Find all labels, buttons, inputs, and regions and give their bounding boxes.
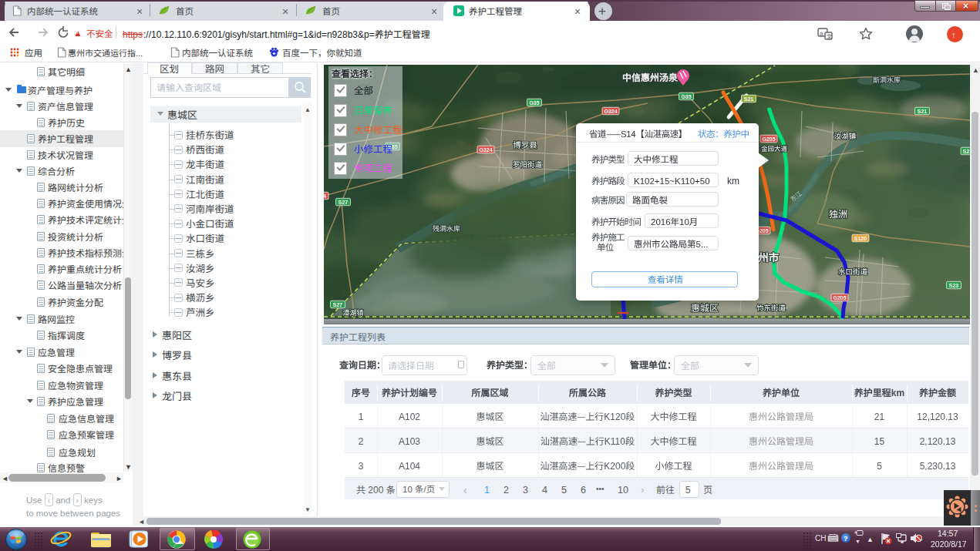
svg-text:G35: G35 xyxy=(529,100,539,106)
svg-text:S27: S27 xyxy=(338,200,349,205)
svg-text:博罗县: 博罗县 xyxy=(513,139,537,150)
svg-text:残洞水库: 残洞水库 xyxy=(433,223,460,234)
svg-text:惠城区: 惠城区 xyxy=(691,301,719,314)
svg-text:水口街道: 水口街道 xyxy=(838,266,868,277)
svg-text:a: a xyxy=(820,30,823,37)
svg-text:潭湖镇: 潭湖镇 xyxy=(342,307,363,317)
svg-text:4: 4 xyxy=(324,193,326,199)
svg-text:汝湖镇: 汝湖镇 xyxy=(834,130,857,141)
svg-text:斯洞水库: 斯洞水库 xyxy=(873,75,901,85)
svg-text:G324: G324 xyxy=(604,109,617,114)
svg-text:S23: S23 xyxy=(949,283,959,288)
svg-text:文: 文 xyxy=(827,32,832,40)
svg-text:S120: S120 xyxy=(854,236,867,241)
svg-text:竹东街道: 竹东街道 xyxy=(756,302,786,313)
svg-text:S21: S21 xyxy=(918,109,928,114)
svg-text:G35: G35 xyxy=(681,94,691,99)
svg-text:G205: G205 xyxy=(762,136,775,142)
svg-text:金园大道: 金园大道 xyxy=(761,143,788,153)
svg-text:S27: S27 xyxy=(333,302,343,307)
svg-text:S21: S21 xyxy=(744,96,754,102)
svg-text:G205: G205 xyxy=(833,295,846,301)
svg-text:S2: S2 xyxy=(963,149,970,154)
svg-text:中信惠州汤泉: 中信惠州汤泉 xyxy=(622,70,679,83)
svg-text:罗阳街道: 罗阳街道 xyxy=(513,159,543,170)
svg-text:独洲: 独洲 xyxy=(829,207,847,220)
svg-text:G324: G324 xyxy=(479,147,492,153)
